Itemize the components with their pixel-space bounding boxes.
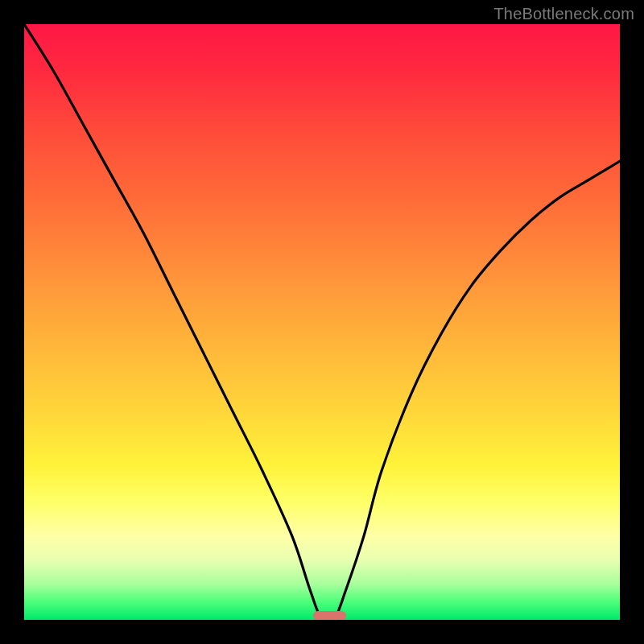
optimal-range-marker [313, 611, 346, 620]
chart-frame: TheBottleneck.com [0, 0, 644, 644]
bottleneck-curve [24, 24, 620, 620]
watermark-text: TheBottleneck.com [493, 5, 634, 23]
plot-area [24, 24, 620, 620]
